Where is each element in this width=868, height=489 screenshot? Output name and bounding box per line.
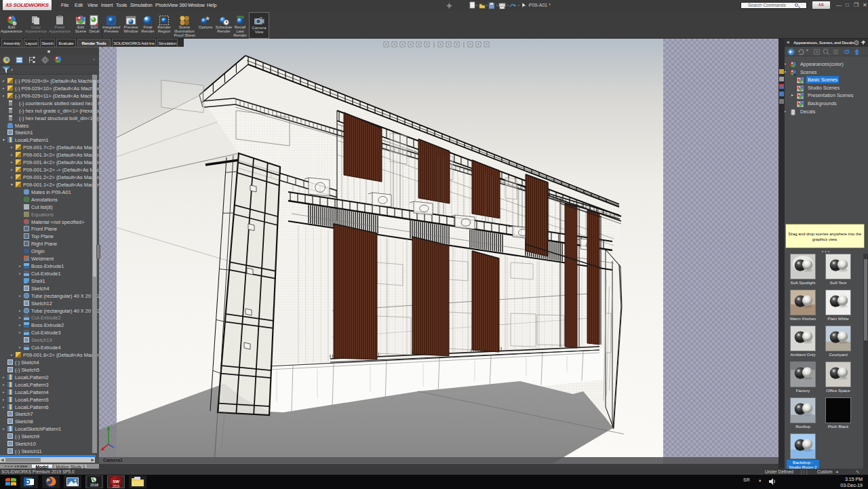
svg-text:Camera1: Camera1 bbox=[103, 458, 123, 463]
svg-text:2018: 2018 bbox=[90, 483, 98, 487]
svg-text:2019: 2019 bbox=[113, 485, 120, 488]
svg-text:SW: SW bbox=[113, 480, 119, 484]
